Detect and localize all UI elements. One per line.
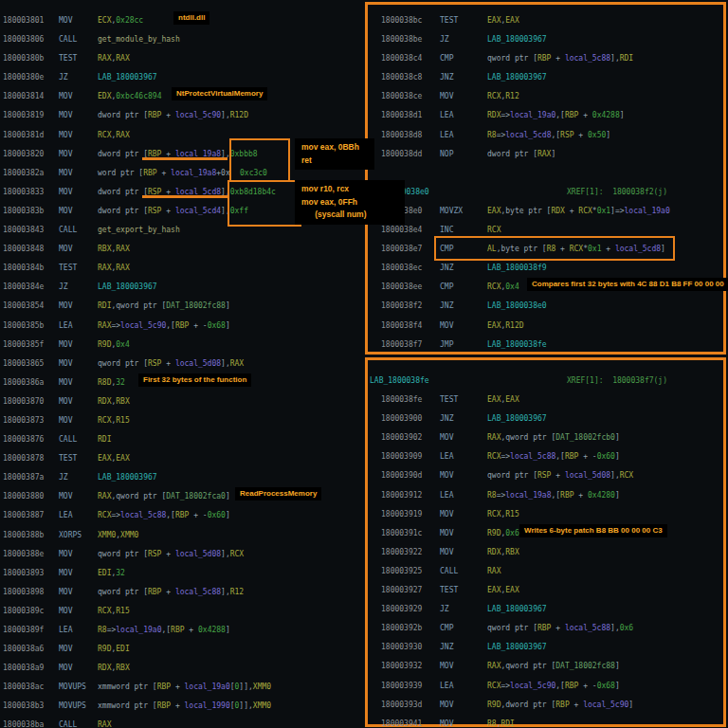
asm-address: 1800038ce [381, 87, 422, 106]
asm-line[interactable]: 18000385bLEARAX=>local_5c90,[RBP + -0x68… [0, 317, 365, 336]
asm-line[interactable]: 180003870MOVRDX,RBX [0, 392, 365, 411]
asm-line[interactable]: 180003873MOVRCX,R15 [0, 411, 365, 430]
asm-operands: RCX,R15 [487, 505, 519, 524]
asm-operands: LAB_180003967 [98, 68, 157, 87]
asm-line[interactable]: 18000393dMOVR9D,dword ptr [RBP + local_5… [368, 696, 723, 715]
asm-line[interactable]: 1800038f7JMPLAB_1800038fe [368, 336, 723, 355]
asm-mnemonic: MOVZX [440, 202, 463, 221]
asm-line[interactable]: 1800038beJZLAB_180003967 [368, 30, 723, 49]
asm-line[interactable]: 180003929JZLAB_180003967 [368, 600, 723, 619]
asm-operands: ECX,0x28cc [98, 11, 143, 30]
asm-line[interactable]: 180003819MOVdword ptr [RBP + local_5c90]… [0, 106, 365, 125]
asm-line[interactable]: 180003806CALLget_module_by_hash [0, 30, 365, 49]
asm-line[interactable]: 180003932MOVRAX,qword ptr [DAT_18002fc88… [368, 657, 723, 676]
asm-line[interactable]: 1800038eeCMPRCX,0x4Compares first 32 byt… [368, 278, 723, 297]
asm-line[interactable]: 1800038a6MOVR9D,EDI [0, 640, 365, 659]
asm-line[interactable]: 180003848MOVRBX,RAX [0, 240, 365, 259]
asm-line[interactable]: 180003900JNZLAB_180003967 [368, 410, 723, 428]
asm-operands: RAX,qword ptr [DAT_18002fca0] [98, 487, 230, 506]
asm-operands: dword ptr [RSP + local_5cd4],0xff [98, 202, 248, 221]
disassembly-screenshot: 180003801MOVECX,0x28ccntdll.dll180003806… [0, 0, 728, 728]
asm-line[interactable]: 1800038feTESTEAX,EAX [368, 391, 723, 410]
asm-line[interactable]: 18000390dMOVqword ptr [RSP + local_5d08]… [368, 466, 723, 485]
asm-mnemonic: MOV [440, 317, 453, 336]
asm-mnemonic: JZ [59, 278, 68, 297]
asm-line[interactable]: 180003925CALLRAX [368, 562, 723, 581]
asm-address: 1800038fe [381, 391, 422, 410]
asm-mnemonic: LEA [440, 126, 453, 145]
asm-line[interactable]: 18000386aMOVR8D,32First 32 bytes of the … [0, 373, 365, 392]
asm-line[interactable]: 180003919MOVRCX,R15 [368, 505, 723, 524]
asm-mnemonic: MOV [440, 715, 453, 728]
asm-line[interactable]: 180003865MOVqword ptr [RSP + local_5d08]… [0, 355, 365, 373]
asm-address: 180003941 [381, 715, 422, 728]
asm-line[interactable]: 180003880MOVRAX,qword ptr [DAT_18002fca0… [0, 487, 365, 506]
asm-address: 180003843 [3, 221, 44, 240]
asm-line[interactable]: 1800038ecJNZLAB_1800038f9 [368, 259, 723, 278]
asm-operands: R9D,0x6 [487, 524, 519, 543]
asm-line[interactable]: 180003927TESTEAX,EAX [368, 581, 723, 600]
asm-line[interactable]: 180003939LEARCX=>local_5c90,[RBP + -0x68… [368, 677, 723, 696]
asm-line[interactable]: 180003876CALLRDI [0, 430, 365, 449]
asm-line[interactable]: 18000387aJZLAB_180003967 [0, 468, 365, 487]
asm-address: 180003833 [3, 183, 44, 202]
asm-mnemonic: MOV [59, 602, 72, 621]
asm-line[interactable]: 180003893MOVEDI,32 [0, 564, 365, 583]
asm-line[interactable]: 180003941MOVR8,RDI [368, 715, 723, 728]
asm-line[interactable]: 1800038ceMOVRCX,R12 [368, 87, 723, 106]
asm-line[interactable]: 18000388eMOVqword ptr [RSP + local_5d08]… [0, 545, 365, 564]
asm-label-line[interactable]: LAB_1800038e0XREF[1]: 1800038f2(j) [368, 183, 723, 202]
asm-xref: XREF[1]: 1800038f2(j) [567, 183, 667, 202]
asm-line[interactable]: 1800038f2JNZLAB_1800038e0 [368, 297, 723, 316]
asm-line[interactable]: 1800038baCALLRAX [0, 716, 365, 728]
asm-line[interactable]: 180003898MOVqword ptr [RBP + local_5c88]… [0, 583, 365, 602]
asm-line[interactable]: 180003887LEARCX=>local_5c88,[RBP + -0x60… [0, 506, 365, 525]
asm-line[interactable]: 18000388bXORPSXMM0,XMM0 [0, 526, 365, 545]
asm-line[interactable]: 1800038a9MOVRDX,RBX [0, 659, 365, 678]
asm-line[interactable]: 1800038ddNOPdword ptr [RAX] [368, 145, 723, 164]
asm-line[interactable]: 180003814MOVEDX,0xbc46c894NtProtectVirtu… [0, 87, 365, 106]
asm-line[interactable]: 18000380eJZLAB_180003967 [0, 68, 365, 87]
asm-line[interactable]: 1800038e7CMPAL,byte ptr [R8 + RCX*0x1 + … [368, 240, 723, 259]
asm-line[interactable]: 180003801MOVECX,0x28ccntdll.dll [0, 11, 365, 30]
asm-mnemonic: MOV [59, 145, 72, 164]
asm-line[interactable]: 180003878TESTEAX,EAX [0, 449, 365, 468]
asm-line[interactable]: 1800038d1LEARDX=>local_19a0,[RBP + 0x428… [368, 106, 723, 125]
asm-line[interactable]: 18000392bCMPqword ptr [RBP + local_5c88]… [368, 619, 723, 638]
asm-operands: EAX,EAX [98, 449, 130, 468]
asm-line[interactable]: 18000384eJZLAB_180003967 [0, 278, 365, 297]
asm-mnemonic: CMP [440, 240, 453, 259]
asm-line[interactable]: 180003922MOVRDX,RBX [368, 543, 723, 562]
asm-mnemonic: LEA [59, 317, 72, 336]
asm-line[interactable]: 1800038c4CMPqword ptr [RBP + local_5c88]… [368, 49, 723, 68]
asm-label-line[interactable]: LAB_1800038feXREF[1]: 1800038f7(j) [368, 372, 723, 391]
asm-line[interactable]: 1800038c8JNZLAB_180003967 [368, 68, 723, 87]
asm-line[interactable]: 1800038b3MOVUPSxmmword ptr [RBP + local_… [0, 697, 365, 716]
asm-line[interactable]: 180003909LEARCX=>local_5c88,[RBP + -0x60… [368, 447, 723, 466]
asm-line[interactable]: 1800038bcTESTEAX,EAX [368, 11, 723, 30]
asm-line[interactable]: 180003902MOVRAX,qword ptr [DAT_18002fcb0… [368, 428, 723, 447]
asm-line[interactable]: 180003912LEAR8=>local_19a8,[RBP + 0x4280… [368, 486, 723, 505]
asm-line[interactable]: 18000389fLEAR8=>local_19a0,[RBP + 0x4288… [0, 621, 365, 640]
asm-mnemonic: MOV [59, 373, 72, 392]
asm-mnemonic: JNZ [440, 297, 453, 316]
asm-line[interactable]: 18000389cMOVRCX,R15 [0, 602, 365, 621]
asm-line[interactable]: 18000384bTESTRAX,RAX [0, 259, 365, 278]
asm-line[interactable]: 180003930JNZLAB_180003967 [368, 638, 723, 657]
asm-line[interactable]: 1800038f4MOVEAX,R12D [368, 317, 723, 336]
asm-line[interactable]: 180003854MOVRDI,qword ptr [DAT_18002fc88… [0, 297, 365, 316]
asm-line[interactable]: 1800038e4INCRCX [368, 221, 723, 240]
asm-operands: EAX,EAX [487, 581, 519, 600]
asm-address: 1800038ba [3, 716, 44, 728]
annotation-callout: Writes 6-byte patch B8 BB 00 00 00 C3 [519, 524, 667, 537]
asm-mnemonic: MOV [59, 355, 72, 373]
highlight-panel-patch-write: LAB_1800038feXREF[1]: 1800038f7(j)180003… [365, 357, 726, 727]
asm-line[interactable]: 1800038e0MOVZXEAX,byte ptr [RDX + RCX*0x… [368, 202, 723, 221]
asm-mnemonic: MOV [59, 240, 72, 259]
asm-line[interactable]: 18000391cMOVR9D,0x6Writes 6-byte patch B… [368, 524, 723, 543]
asm-mnemonic: MOV [59, 202, 72, 221]
asm-line[interactable]: 18000385fMOVR9D,0x4 [0, 336, 365, 355]
asm-line[interactable]: 18000380bTESTRAX,RAX [0, 49, 365, 68]
asm-line[interactable]: 1800038acMOVUPSxmmword ptr [RBP + local_… [0, 678, 365, 697]
asm-line[interactable]: 1800038d8LEAR8=>local_5cd8,[RSP + 0x50] [368, 126, 723, 145]
